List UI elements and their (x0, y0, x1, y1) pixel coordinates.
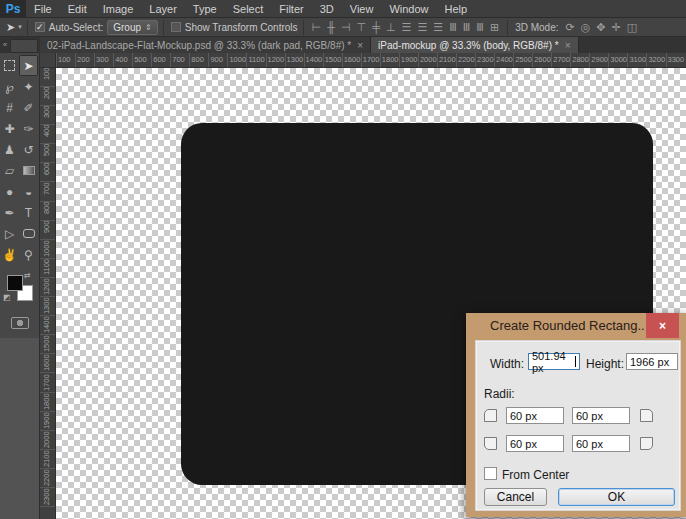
align-right-edges-icon[interactable]: ⊣ (338, 21, 354, 33)
spot-healing-brush-tool[interactable]: ✚ (0, 118, 19, 139)
menu-item-view[interactable]: View (342, 0, 382, 18)
tools-panel-empty-area (0, 338, 39, 519)
magic-wand-tool[interactable]: ✦ (19, 76, 38, 97)
align-top-edges-icon[interactable]: ⊤ (354, 21, 370, 33)
gradient-tool[interactable] (19, 160, 38, 181)
menu-item-window[interactable]: Window (381, 0, 436, 18)
auto-align-layers-icon[interactable]: ⊞ (487, 21, 502, 33)
zoom-tool-icon: ⚲ (24, 248, 33, 262)
menu-item-help[interactable]: Help (437, 0, 476, 18)
dialog-close-button[interactable]: × (646, 313, 679, 338)
3d-mode-label: 3D Mode: (515, 22, 558, 33)
vruler-tick-200: 200 (40, 87, 56, 106)
type-tool[interactable]: T (19, 202, 38, 223)
vruler-tick-1500: 1500 (40, 335, 56, 354)
distribute-bottom-edges-icon[interactable]: ☰ (430, 21, 446, 33)
link-top-left-radius-checkbox[interactable] (484, 409, 497, 422)
move-tool[interactable]: ➤ (19, 55, 38, 76)
top-left-radius-field[interactable]: 60 px (506, 407, 564, 424)
clone-stamp-tool[interactable]: ♟ (0, 139, 19, 160)
document-tab-2[interactable]: iPad-mockup @ 33.3% (body, RGB/8#) *× (371, 37, 578, 53)
distribute-top-edges-icon[interactable]: ☰ (399, 21, 415, 33)
up-down-arrows-icon: ⇕ (145, 23, 152, 32)
photoshop-window: Ps FileEditImageLayerTypeSelectFilter3DV… (0, 0, 686, 519)
3d-roll-icon[interactable]: ◎ (578, 21, 594, 33)
vruler-tick-700: 700 (40, 183, 56, 202)
ruler-corner[interactable] (40, 53, 56, 68)
cancel-button[interactable]: Cancel (484, 488, 547, 506)
eyedropper-tool[interactable]: ✐ (19, 97, 38, 118)
show-transform-controls-checkbox[interactable] (171, 22, 181, 32)
align-horizontal-centers-icon[interactable]: ╫ (324, 21, 338, 33)
foreground-color-swatch[interactable] (7, 275, 23, 291)
align-bottom-edges-icon[interactable]: ⊥ (383, 21, 399, 33)
ok-button[interactable]: OK (558, 488, 675, 506)
distribute-left-edges-icon[interactable]: Ⅲ (446, 21, 460, 33)
toolbar-panel-grip[interactable] (10, 39, 38, 53)
dodge-tool[interactable]: ◒ (19, 181, 38, 202)
3d-orbit-icon[interactable]: ⟳ (563, 21, 578, 33)
from-center-checkbox[interactable] (484, 467, 497, 480)
radii-label: Radii: (484, 387, 515, 401)
document-tab-label: iPad-mockup @ 33.3% (body, RGB/8#) * (378, 40, 559, 51)
align-vertical-centers-icon[interactable]: ╪ (369, 21, 383, 33)
menu-item-layer[interactable]: Layer (141, 0, 185, 18)
quick-mask-button[interactable] (11, 317, 29, 329)
auto-select-checkbox[interactable]: ✓ (35, 22, 45, 32)
separator (507, 20, 508, 35)
path-selection-tool-icon: ▷ (5, 227, 14, 241)
width-field[interactable]: 501.94 px (528, 353, 580, 370)
horizontal-ruler[interactable]: 1002003004005006007008009001000110012001… (56, 53, 686, 68)
link-bottom-right-radius-checkbox[interactable] (640, 437, 653, 450)
blur-tool[interactable]: ● (0, 181, 19, 202)
link-bottom-left-radius-checkbox[interactable] (484, 437, 497, 450)
hruler-tick-700: 700 (170, 53, 189, 67)
path-selection-tool[interactable]: ▷ (0, 223, 19, 244)
document-tab-1[interactable]: 02-iPad-Landscape-Flat-Mockup.psd @ 33.3… (40, 37, 371, 53)
vruler-tick-2300: 2300 (40, 488, 56, 507)
move-tool-preset[interactable]: ➤ ▾ (6, 21, 22, 34)
distribute-horizontal-centers-icon[interactable]: Ⅲ (460, 21, 474, 33)
menu-item-filter[interactable]: Filter (271, 0, 311, 18)
menu-item-file[interactable]: File (26, 0, 60, 18)
swap-colors-icon[interactable]: ⇄ (24, 271, 31, 280)
rounded-rectangle-tool[interactable] (19, 223, 38, 244)
3d-pan-icon[interactable]: ✥ (593, 21, 608, 33)
hruler-tick-1800: 1800 (380, 53, 399, 67)
menu-item-select[interactable]: Select (225, 0, 272, 18)
top-right-radius-field[interactable]: 60 px (572, 407, 630, 424)
lasso-tool[interactable]: ℘ (0, 76, 19, 97)
auto-select-target-dropdown[interactable]: Group ⇕ (107, 20, 158, 35)
link-top-right-radius-checkbox[interactable] (640, 409, 653, 422)
default-colors-icon[interactable]: ◩ (3, 293, 11, 302)
menu-item-edit[interactable]: Edit (60, 0, 95, 18)
brush-tool[interactable]: ✑ (19, 118, 38, 139)
align-left-edges-icon[interactable]: ⊢ (309, 21, 325, 33)
menu-item-image[interactable]: Image (95, 0, 142, 18)
vertical-ruler[interactable]: 1002003004005006007008009001000110012001… (40, 68, 56, 519)
pen-tool[interactable]: ✒ (0, 202, 19, 223)
photoshop-logo: Ps (0, 0, 26, 18)
history-brush-tool[interactable]: ↺ (19, 139, 38, 160)
bottom-left-radius-field[interactable]: 60 px (506, 435, 564, 452)
rounded-rectangle-tool-icon (23, 229, 35, 238)
bottom-right-radius-field[interactable]: 60 px (572, 435, 630, 452)
crop-tool[interactable]: # (0, 97, 19, 118)
3d-zoom-camera-icon[interactable]: ◫ (624, 21, 640, 33)
distribute-vertical-centers-icon[interactable]: ☰ (414, 21, 430, 33)
vruler-tick-2200: 2200 (40, 469, 56, 488)
menu-item-3d[interactable]: 3D (312, 0, 342, 18)
height-field[interactable]: 1966 px (626, 353, 678, 370)
eraser-tool[interactable]: ▱ (0, 160, 19, 181)
hruler-tick-2500: 2500 (513, 53, 532, 67)
collapse-panels-icon[interactable]: « (0, 37, 10, 53)
zoom-tool[interactable]: ⚲ (19, 244, 38, 265)
tab-close-icon[interactable]: × (357, 40, 363, 51)
bottom-left-radius-value: 60 px (510, 438, 537, 450)
distribute-right-edges-icon[interactable]: Ⅲ (473, 21, 487, 33)
3d-slide-icon[interactable]: ✛ (609, 21, 624, 33)
tab-close-icon[interactable]: × (565, 40, 571, 51)
rectangular-marquee-tool[interactable] (0, 55, 19, 76)
menu-item-type[interactable]: Type (185, 0, 225, 18)
hand-tool[interactable]: ✌ (0, 244, 19, 265)
